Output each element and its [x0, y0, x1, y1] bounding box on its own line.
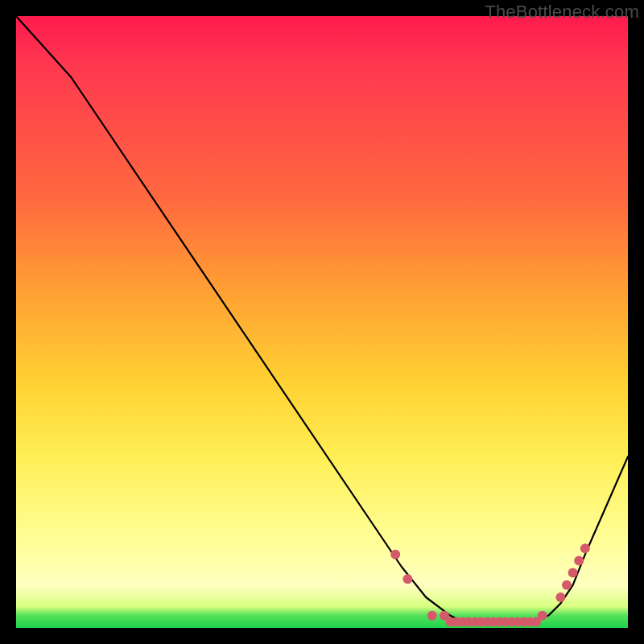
marker-dot: [427, 611, 437, 621]
curve-line: [16, 16, 628, 621]
marker-dot: [562, 580, 572, 590]
marker-dot: [574, 555, 584, 565]
marker-dot: [538, 611, 547, 621]
marker-dot: [568, 568, 578, 578]
marker-dot: [390, 550, 400, 559]
marker-dot: [555, 592, 565, 602]
marker-dot: [580, 543, 590, 553]
chart-frame: [16, 16, 628, 628]
curve-markers: [390, 543, 590, 626]
marker-dot: [402, 574, 412, 584]
watermark-text: TheBottleneck.com: [485, 2, 639, 23]
chart-svg: [16, 16, 628, 628]
